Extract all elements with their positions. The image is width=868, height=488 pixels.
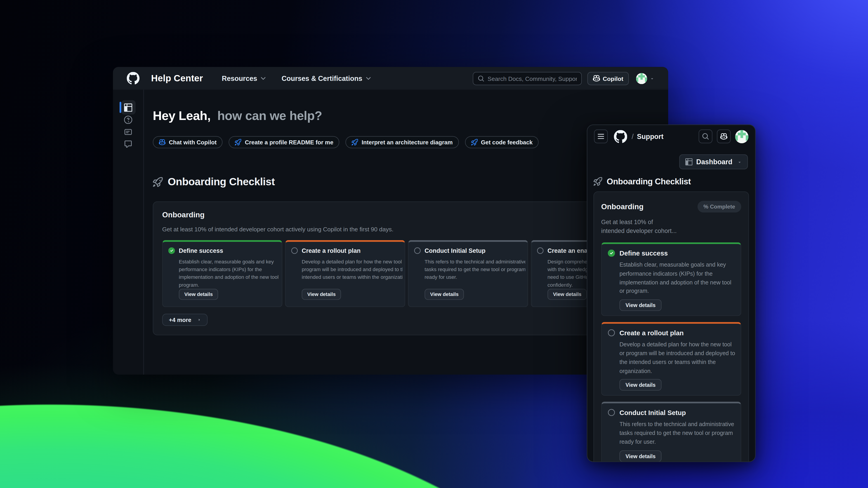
github-logo-icon[interactable] [614,130,627,143]
view-details-button[interactable]: View details [548,289,587,300]
dashboard-dropdown-label: Dashboard [696,158,733,166]
card-header: Conduct Initial Setup [608,409,737,417]
view-details-button[interactable]: View details [619,450,662,462]
sidebar-item-feedback[interactable] [121,137,135,151]
nav-menu-resources-label: Resources [222,74,257,82]
rocket-icon [153,177,163,187]
view-details-button[interactable]: View details [302,289,341,300]
copilot-button[interactable]: Copilot [587,72,629,85]
check-circle-icon [168,248,175,254]
view-details-button[interactable]: View details [425,289,464,300]
avatar[interactable] [636,73,647,84]
card-header: Create a rollout plan [608,329,737,337]
hero-question: how can we help? [217,109,322,123]
dashboard-dropdown[interactable]: Dashboard [679,154,748,169]
copilot-button[interactable] [717,129,731,143]
desktop-body: Hey Leah, how can we help? Chat with Cop… [113,90,668,375]
checklist-card-define-success: Define success Establish clear, measurab… [601,242,741,316]
chip-label: Interpret an architecture diagram [362,139,453,145]
search-icon [477,75,484,82]
hero-greeting: Hey Leah, [153,109,211,123]
caret-right-icon [196,318,201,322]
chip-interpret-diagram[interactable]: Interpret an architecture diagram [346,136,459,148]
breadcrumb-separator: / [631,132,633,140]
search-button[interactable] [699,129,712,143]
card-title: Create a rollout plan [302,248,361,254]
mobile-checklist-section-header: Onboarding Checklist [587,169,755,186]
copilot-button-label: Copilot [602,75,623,82]
rocket-icon [593,177,602,186]
search-box[interactable] [473,72,582,85]
search-input[interactable] [488,75,577,82]
breadcrumb[interactable]: Support [637,133,663,140]
card-title: Conduct Initial Setup [619,409,686,416]
hamburger-menu-button[interactable] [594,129,608,143]
card-header: Define success [608,249,737,257]
github-logo-icon[interactable] [127,72,140,85]
card-description: Develop a detailed plan for how the new … [619,340,737,376]
question-icon [124,116,132,124]
chip-label: Get code feedback [481,139,533,145]
panel-subtitle: Get at least 10% of intended developer c… [162,226,649,232]
desktop-window: Help Center Resources Courses & Certific… [113,67,668,375]
checklist-card-rollout-plan: Create a rollout plan Develop a detailed… [285,240,405,307]
search-icon [702,133,709,140]
dashboard-select-row: Dashboard [587,143,755,169]
more-cards-button[interactable]: +4 more [162,314,208,326]
chevron-down-icon [366,76,371,80]
rocket-icon [471,139,477,145]
card-title: Define success [619,249,668,257]
completion-badge: % Complete [698,201,741,213]
card-title: Conduct Initial Setup [425,248,485,254]
panel-title: Onboarding [601,202,644,211]
card-header: Conduct Initial Setup [414,248,525,254]
copilot-icon [593,75,600,82]
chip-label: Chat with Copilot [169,139,217,145]
view-details-button[interactable]: View details [619,299,662,311]
mobile-onboarding-panel: Onboarding % Complete Get at least 10% o… [593,191,749,462]
card-header: Create a rollout plan [291,248,402,254]
chip-label: Create a profile README for me [245,139,333,145]
nav-menu-courses[interactable]: Courses & Certifications [282,74,371,82]
nav-menus: Resources Courses & Certifications [222,74,370,82]
nav-menu-resources[interactable]: Resources [222,74,266,82]
card-title: Define success [179,248,223,254]
left-sidebar [113,90,144,375]
chip-code-feedback[interactable]: Get code feedback [465,136,539,148]
nav-menu-courses-label: Courses & Certifications [282,74,362,82]
view-details-button[interactable]: View details [179,289,218,300]
section-title: Onboarding Checklist [607,176,691,186]
hero-heading: Hey Leah, how can we help? [153,108,668,124]
check-circle-icon [608,250,615,257]
chevron-down-icon [260,76,266,80]
open-circle-icon [291,248,298,254]
section-title: Onboarding Checklist [168,176,275,188]
stage: Help Center Resources Courses & Certific… [0,0,868,488]
app-title: Help Center [151,73,203,84]
card-description: This refers to the technical and adminis… [619,420,737,447]
avatar[interactable] [735,130,748,143]
note-card-icon [124,127,132,136]
top-navbar: Help Center Resources Courses & Certific… [113,67,668,90]
copilot-icon [720,133,727,140]
caret-down-icon [650,76,654,80]
open-circle-icon [414,248,421,254]
mobile-header: / Support [587,125,755,143]
open-circle-icon [608,329,615,337]
mobile-window: / Support Dashboard Onboarding Checkli [587,125,756,462]
caret-down-icon [737,160,742,164]
panel-subtitle: Get at least 10% of intended developer c… [601,217,741,235]
chip-create-readme[interactable]: Create a profile README for me [229,136,339,148]
user-menu[interactable] [636,73,654,84]
checklist-cards-row: Define success Establish clear, measurab… [162,240,649,307]
chip-chat-with-copilot[interactable]: Chat with Copilot [153,136,223,148]
hamburger-icon [597,133,604,140]
card-title: Create a rollout plan [619,329,684,337]
mobile-header-actions [699,129,748,143]
card-description: Establish clear, measurable goals and ke… [619,260,737,295]
rocket-icon [352,139,358,145]
mobile-panel-header: Onboarding % Complete [601,201,741,213]
comment-icon [124,140,132,148]
dashboard-grid-icon [685,158,692,165]
view-details-button[interactable]: View details [619,379,662,391]
